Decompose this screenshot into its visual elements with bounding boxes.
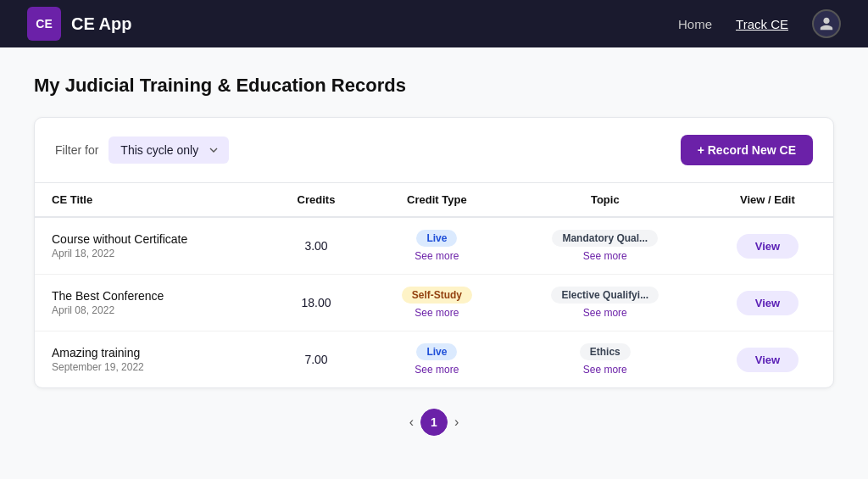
cell-credits-2: 7.00: [267, 331, 365, 388]
ce-title-1: The Best Conference: [52, 289, 250, 303]
topic-badge-2: Ethics: [580, 343, 631, 360]
credit-type-see-more-1[interactable]: See more: [382, 307, 492, 319]
ce-date-2: September 19, 2022: [52, 361, 250, 373]
col-ce-title: CE Title: [35, 183, 267, 217]
col-credits: Credits: [267, 183, 365, 217]
nav-track-ce[interactable]: Track CE: [736, 17, 788, 31]
cell-title-2: Amazing training September 19, 2022: [35, 331, 267, 388]
header-left: CE CE App: [27, 7, 131, 41]
main-content: My Judicial Training & Education Records…: [0, 47, 868, 479]
ce-title-2: Amazing training: [52, 346, 250, 359]
prev-page-button[interactable]: ‹: [409, 415, 414, 430]
view-button-0[interactable]: View: [737, 234, 798, 259]
cell-view-1: View: [702, 275, 833, 331]
cell-title-0: Course without Certificate April 18, 202…: [35, 217, 267, 275]
next-page-button[interactable]: ›: [454, 415, 459, 430]
view-button-1[interactable]: View: [737, 291, 798, 315]
ce-date-1: April 08, 2022: [52, 304, 250, 316]
record-new-ce-button[interactable]: + Record New CE: [681, 135, 813, 165]
table-header-row: CE Title Credits Credit Type Topic View …: [35, 183, 833, 217]
topic-badge-0: Mandatory Qual...: [552, 230, 658, 247]
records-table: CE Title Credits Credit Type Topic View …: [35, 183, 833, 387]
user-icon: [819, 16, 834, 31]
filter-select[interactable]: This cycle onlyAll cyclesPrevious cycle: [108, 136, 229, 164]
table-row: Amazing training September 19, 2022 7.00…: [35, 331, 833, 388]
filter-label: Filter for: [55, 143, 98, 157]
credit-type-badge-0: Live: [416, 230, 457, 247]
table-row: Course without Certificate April 18, 202…: [35, 217, 833, 275]
header: CE CE App Home Track CE: [0, 0, 868, 47]
cell-credit-type-0: Live See more: [365, 217, 509, 275]
cell-topic-2: Ethics See more: [509, 331, 702, 388]
view-button-2[interactable]: View: [737, 348, 798, 372]
topic-see-more-0[interactable]: See more: [526, 250, 685, 262]
col-topic: Topic: [509, 183, 702, 217]
credit-type-see-more-0[interactable]: See more: [382, 250, 492, 262]
cell-topic-0: Mandatory Qual... See more: [509, 217, 702, 275]
page-1-button[interactable]: 1: [420, 409, 448, 436]
cell-topic-1: Elective Qualifyi... See more: [509, 275, 702, 331]
topic-see-more-1[interactable]: See more: [526, 307, 685, 319]
cell-view-0: View: [702, 217, 833, 275]
col-view-edit: View / Edit: [702, 183, 833, 217]
credit-type-badge-1: Self-Study: [402, 287, 472, 304]
cell-credits-1: 18.00: [267, 275, 365, 331]
cell-credits-0: 3.00: [267, 217, 365, 275]
cell-title-1: The Best Conference April 08, 2022: [35, 275, 267, 331]
nav-home[interactable]: Home: [678, 17, 712, 31]
ce-date-0: April 18, 2022: [52, 248, 250, 259]
cell-credit-type-2: Live See more: [365, 331, 509, 388]
cell-view-2: View: [702, 331, 833, 388]
cell-credit-type-1: Self-Study See more: [365, 275, 509, 331]
page-title: My Judicial Training & Education Records: [34, 75, 834, 97]
pagination: ‹ 1 ›: [34, 388, 834, 456]
topic-see-more-2[interactable]: See more: [526, 364, 685, 376]
topic-badge-1: Elective Qualifyi...: [551, 287, 659, 304]
filter-bar: Filter for This cycle onlyAll cyclesPrev…: [35, 118, 833, 183]
table-row: The Best Conference April 08, 2022 18.00…: [35, 275, 833, 331]
filter-left: Filter for This cycle onlyAll cyclesPrev…: [55, 136, 229, 164]
col-credit-type: Credit Type: [365, 183, 509, 217]
app-name: CE App: [71, 14, 131, 34]
ce-title-0: Course without Certificate: [52, 232, 250, 246]
header-nav: Home Track CE: [678, 9, 841, 38]
user-avatar[interactable]: [812, 9, 841, 38]
records-card: Filter for This cycle onlyAll cyclesPrev…: [34, 117, 834, 388]
credit-type-see-more-2[interactable]: See more: [382, 364, 492, 376]
app-logo: CE: [27, 7, 61, 41]
credit-type-badge-2: Live: [416, 343, 457, 360]
